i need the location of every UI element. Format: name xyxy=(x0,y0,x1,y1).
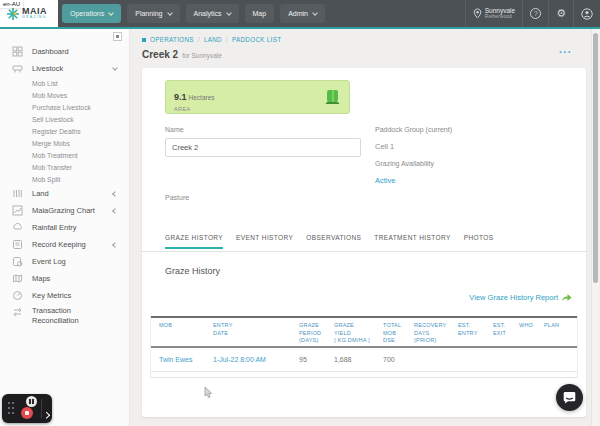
sidebar-item-register-deaths[interactable]: Register Deaths xyxy=(32,125,129,137)
col-est-entry[interactable]: EST. ENTRY xyxy=(450,318,485,346)
expand-recorder-button[interactable] xyxy=(44,403,49,421)
tabs-divider xyxy=(142,251,586,252)
table-header-row: MOB ENTRY DATE GRAZE PERIOD (DAYS) GRAZE… xyxy=(151,316,577,348)
chevron-down-icon xyxy=(167,10,173,16)
tab-treatment-history[interactable]: TREATMENT HISTORY xyxy=(374,234,450,249)
record-keeping-icon xyxy=(12,239,23,250)
sidebar-item-mob-transfer[interactable]: Mob Transfer xyxy=(32,161,129,173)
report-arrow-icon xyxy=(561,293,572,302)
sidebar-item-mob-split[interactable]: Mob Split xyxy=(32,173,129,185)
paddock-group-label: Paddock Group (current) xyxy=(375,126,452,133)
account-button[interactable] xyxy=(573,0,600,27)
sidebar-label: Transaction Reconciliation xyxy=(32,306,104,326)
table-footer-border xyxy=(151,372,577,378)
pause-recording-button[interactable] xyxy=(26,396,37,407)
col-est-exit[interactable]: EST. EXIT xyxy=(485,318,511,346)
nav-map-label: Map xyxy=(253,10,267,17)
nav-analytics[interactable]: Analytics xyxy=(186,4,239,23)
tab-graze-history[interactable]: GRAZE HISTORY xyxy=(165,234,223,249)
sidebar-item-mob-list[interactable]: Mob List xyxy=(32,77,129,89)
screen-recorder-widget xyxy=(2,394,52,423)
drag-handle-icon[interactable] xyxy=(8,402,14,415)
col-mob[interactable]: MOB xyxy=(151,318,205,346)
chevron-left-icon xyxy=(112,242,118,248)
sidebar-item-rainfall-entry[interactable]: Rainfall Entry xyxy=(0,219,129,236)
breadcrumb-operations[interactable]: OPERATIONS xyxy=(150,36,194,43)
page-title: Creek 2 xyxy=(142,49,178,60)
dashboard-icon xyxy=(12,46,23,57)
sidebar-label: Dashboard xyxy=(32,47,69,56)
sidebar-label: Record Keeping xyxy=(32,240,86,249)
sidebar-item-maps[interactable]: Maps xyxy=(0,270,129,287)
nav-admin[interactable]: Admin xyxy=(280,4,325,23)
chat-launcher-button[interactable] xyxy=(556,384,583,411)
brand-sub: GRAZING xyxy=(22,16,47,20)
grazing-availability-label: Grazing Availability xyxy=(375,160,434,167)
name-label: Name xyxy=(165,126,184,133)
paddock-group-value: Cell 1 xyxy=(375,142,394,151)
col-graze-yield[interactable]: GRAZE YIELD ( KG.DM/HA ) xyxy=(326,318,375,346)
recorder-divider xyxy=(41,399,42,418)
tab-photos[interactable]: PHOTOS xyxy=(464,234,494,249)
sidebar-item-mob-treatment[interactable]: Mob Treatment xyxy=(32,149,129,161)
livestock-icon xyxy=(12,63,23,74)
area-value: 9.1 xyxy=(174,92,187,102)
more-options-icon[interactable]: ··· xyxy=(559,47,572,58)
sidebar-item-key-metrics[interactable]: Key Metrics xyxy=(0,287,129,304)
report-link-label: View Graze History Report xyxy=(469,293,558,302)
user-icon xyxy=(581,8,593,20)
sidebar-item-dashboard[interactable]: Dashboard xyxy=(0,43,129,60)
col-plan[interactable]: PLAN xyxy=(536,318,574,346)
sidebar-pin-button[interactable] xyxy=(113,32,122,41)
grazing-availability-value[interactable]: Active xyxy=(375,176,395,185)
land-icon xyxy=(12,188,23,199)
col-total-mob-dse[interactable]: TOTAL MOB DSE xyxy=(375,318,406,346)
name-input[interactable] xyxy=(165,138,361,157)
sidebar-label: Land xyxy=(32,189,49,198)
livestock-submenu: Mob List Mob Moves Purchase Livestock Se… xyxy=(0,77,129,185)
farm-selector[interactable]: Sunnyvale Retherwood xyxy=(465,0,522,27)
sidebar-item-merge-mobs[interactable]: Merge Mobs xyxy=(32,137,129,149)
nav-planning[interactable]: Planning xyxy=(127,4,179,23)
sidebar-item-land[interactable]: Land xyxy=(0,185,129,202)
sidebar-item-sell-livestock[interactable]: Sell Livestock xyxy=(32,113,129,125)
scrollbar-thumb[interactable] xyxy=(593,33,598,283)
col-entry-date[interactable]: ENTRY DATE xyxy=(205,318,291,346)
sidebar-item-event-log[interactable]: Event Log xyxy=(0,253,129,270)
property-name: Retherwood xyxy=(485,14,515,20)
row-entry-date-link[interactable]: 1-Jul-22 8:00 AM xyxy=(205,356,291,363)
transaction-icon xyxy=(12,306,23,317)
col-recovery-days[interactable]: RECOVERY DAYS (PRIOR) xyxy=(406,318,450,346)
chat-bubble-icon xyxy=(563,391,576,404)
sidebar-item-maiagrazing-chart[interactable]: MaiaGrazing Chart xyxy=(0,202,129,219)
row-mob-link[interactable]: Twin Ewes xyxy=(151,356,205,363)
breadcrumb-separator: / xyxy=(198,36,200,43)
sidebar-item-mob-moves[interactable]: Mob Moves xyxy=(32,89,129,101)
stop-recording-button[interactable] xyxy=(21,407,33,419)
tab-observations[interactable]: OBSERVATIONS xyxy=(306,234,361,249)
sidebar-label: Key Metrics xyxy=(32,291,71,300)
help-button[interactable]: ? xyxy=(522,0,548,27)
sidebar-item-purchase-livestock[interactable]: Purchase Livestock xyxy=(32,101,129,113)
sidebar-item-transaction-reconciliation[interactable]: Transaction Reconciliation xyxy=(0,304,129,330)
chevron-left-icon xyxy=(112,208,118,214)
pasture-label: Pasture xyxy=(165,194,189,201)
row-total-mob-dse: 700 xyxy=(375,356,406,363)
nav-map[interactable]: Map xyxy=(245,4,275,23)
col-who[interactable]: WHO xyxy=(511,318,536,346)
rainfall-cloud-icon xyxy=(12,222,23,233)
settings-button[interactable]: ⚙ xyxy=(548,0,573,27)
sidebar-item-livestock[interactable]: Livestock xyxy=(0,60,129,77)
breadcrumb-paddock-list[interactable]: PADDOCK LIST xyxy=(232,36,281,43)
breadcrumb-square-icon xyxy=(142,38,146,42)
col-graze-period[interactable]: GRAZE PERIOD (DAYS) xyxy=(291,318,326,346)
nav-operations-label: Operations xyxy=(70,10,104,17)
maps-icon xyxy=(12,273,23,284)
chart-icon xyxy=(12,205,23,216)
tab-event-history[interactable]: EVENT HISTORY xyxy=(236,234,293,249)
nav-operations[interactable]: Operations xyxy=(62,4,121,23)
breadcrumb-land[interactable]: LAND xyxy=(204,36,222,43)
view-graze-history-report-link[interactable]: View Graze History Report xyxy=(469,293,572,302)
vertical-scrollbar[interactable] xyxy=(591,29,599,426)
sidebar-item-record-keeping[interactable]: Record Keeping xyxy=(0,236,129,253)
